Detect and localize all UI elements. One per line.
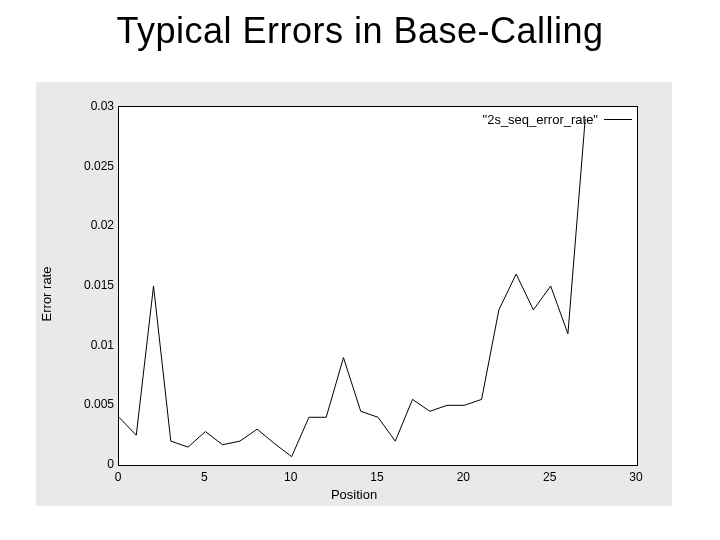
x-tick-label: 10 [284, 470, 297, 484]
x-tick-label: 30 [629, 470, 642, 484]
x-tick-label: 20 [457, 470, 470, 484]
x-axis-label: Position [36, 487, 672, 502]
chart-container: Error rate Position 00.0050.010.0150.020… [36, 82, 672, 506]
y-tick-label: 0 [107, 457, 114, 471]
y-tick-label: 0.025 [84, 159, 114, 173]
y-axis-label: Error rate [39, 267, 54, 322]
line-plot [119, 107, 637, 465]
slide: Typical Errors in Base-Calling Error rat… [0, 0, 720, 540]
x-tick-label: 15 [370, 470, 383, 484]
x-tick-label: 0 [115, 470, 122, 484]
y-tick-label: 0.005 [84, 397, 114, 411]
plot-frame [118, 106, 638, 466]
legend-label: "2s_seq_error_rate" [483, 112, 598, 127]
y-tick-label: 0.015 [84, 278, 114, 292]
legend-swatch [604, 119, 632, 120]
series-line [119, 119, 585, 457]
y-tick-label: 0.01 [91, 338, 114, 352]
x-tick-label: 25 [543, 470, 556, 484]
page-title: Typical Errors in Base-Calling [0, 10, 720, 52]
legend: "2s_seq_error_rate" [483, 112, 632, 127]
y-tick-label: 0.02 [91, 218, 114, 232]
y-tick-label: 0.03 [91, 99, 114, 113]
x-tick-label: 5 [201, 470, 208, 484]
